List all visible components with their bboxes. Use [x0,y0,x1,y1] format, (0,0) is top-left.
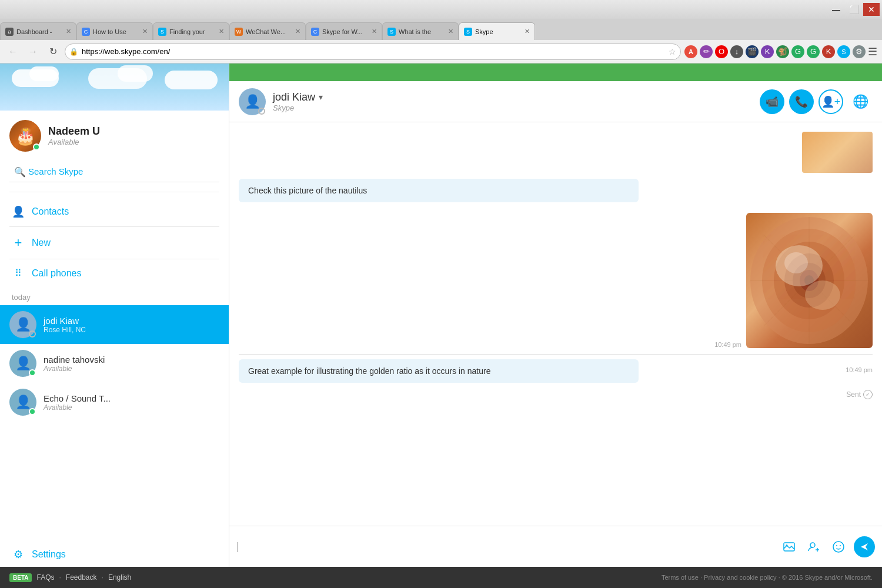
nav-callphones[interactable]: ⠿ Call phones [0,262,229,285]
tab-label-dashboard: Dashboard - [16,28,52,35]
grammarly-icon[interactable]: G [807,45,820,58]
contact-item-nadine[interactable]: 👤 nadine tahovski Available [0,344,229,383]
k-icon[interactable]: K [822,45,835,58]
footer-faqs[interactable]: FAQs [36,573,54,582]
page-content: 🎂 Nadeem U Available 🔍 [0,64,882,567]
back-button[interactable]: ← [5,44,21,60]
greasemonkey-icon[interactable]: 🐒 [776,45,789,58]
nautilus-svg [746,213,873,348]
nav-divider-1 [9,192,219,192]
message-bubble-1: Check this picture of the nautilus [239,179,639,202]
message-row-3: Great example for illustrating the golde… [239,359,873,387]
chat-contact-platform: Skype [273,103,753,112]
forward-button[interactable]: → [25,44,41,60]
contact-avatar-jodi: 👤 [9,311,36,338]
status-dot-echo [29,408,36,415]
attach-svg [783,540,796,553]
emoji-icon[interactable] [829,537,848,556]
refresh-button[interactable]: ↻ [45,44,61,60]
footer-right: Terms of use · Privacy and cookie policy… [662,574,873,581]
tab-close-dashboard[interactable]: ✕ [66,28,71,35]
tab-favicon-whatis: S [387,28,396,36]
send-button[interactable] [854,536,875,557]
tab-whatis[interactable]: S What is the ✕ [382,22,459,40]
contact-item-jodi[interactable]: 👤 jodi Kiaw Rose Hill, NC [0,305,229,344]
tab-favicon-wechat: W [235,28,243,36]
tab-dashboard[interactable]: a Dashboard - ✕ [0,22,76,40]
msg-time-3: 10:49 pm [846,359,873,373]
nav-divider-2 [9,226,219,227]
tab-close-whatis[interactable]: ✕ [448,28,453,35]
nav-new[interactable]: + New [0,229,229,256]
tab-close-skypefor[interactable]: ✕ [372,28,377,35]
close-button[interactable]: ✕ [863,3,880,16]
svg-point-12 [805,280,840,310]
bookmark-icon[interactable]: ☆ [669,47,676,56]
tab-label-finding: Finding your [169,28,205,35]
tab-skypefor[interactable]: C Skype for W... ✕ [306,22,382,40]
menu-icon[interactable]: ☰ [868,45,877,58]
tab-close-skype[interactable]: ✕ [524,28,530,35]
footer-terms[interactable]: Terms of use [662,574,699,581]
tab-close-howto[interactable]: ✕ [142,28,148,35]
contact-sub-echo: Available [44,403,219,412]
nav-contacts[interactable]: 👤 Contacts [0,199,229,224]
search-icon: 🔍 [14,166,26,178]
tab-close-finding[interactable]: ✕ [219,28,224,35]
search-input[interactable] [9,161,219,182]
tab-close-wechat[interactable]: ✕ [295,28,300,35]
tab-howto[interactable]: C How to Use ✕ [76,22,153,40]
tab-favicon-howto: C [82,28,90,36]
video-call-button[interactable]: 📹 [760,89,784,114]
contact-item-echo[interactable]: 👤 Echo / Sound T... Available [0,383,229,422]
svg-point-16 [810,543,815,547]
skype-toolbar-icon[interactable]: S [837,45,850,58]
puzzle-icon[interactable]: ⚙ [853,45,866,58]
globe-button[interactable]: 🌐 [848,89,873,114]
sidebar-header: 🎂 Nadeem U Available 🔍 [0,111,229,189]
image-attach-icon[interactable] [780,537,799,556]
browser-frame: — ⬜ ✕ a Dashboard - ✕ C How to Use ✕ S F… [0,0,882,588]
sidebar: 🎂 Nadeem U Available 🔍 [0,64,229,567]
footer-privacy[interactable]: Privacy and cookie policy [704,574,777,581]
footer-language[interactable]: English [108,573,131,582]
chat-contact-name: jodi Kiaw ▾ [273,91,753,103]
address-input[interactable] [65,44,681,60]
nav-new-label: New [32,238,51,248]
tab-bar: a Dashboard - ✕ C How to Use ✕ S Finding… [0,19,882,40]
avira-icon[interactable]: A [684,45,697,58]
sent-check-icon: ✓ [863,390,873,399]
address-bar-wrap: 🔒 ☆ [65,44,681,60]
keepass-icon[interactable]: K [761,45,774,58]
tab-wechat[interactable]: W WeChat We... ✕ [229,22,306,40]
capture-icon[interactable]: 🎬 [746,45,759,58]
stylus-icon[interactable]: ✏ [700,45,713,58]
green-icon[interactable]: G [791,45,804,58]
opera-icon[interactable]: O [715,45,728,58]
download-icon[interactable]: ↓ [730,45,743,58]
message-bubble-1-wrap: Check this picture of the nautilus [239,179,873,207]
minimize-button[interactable]: — [828,3,844,16]
add-contact-chat-icon[interactable] [804,537,823,556]
chat-area: 👤 jodi Kiaw ▾ Skype 📹 📞 👤+ 🌐 [229,64,882,567]
tab-skype[interactable]: S Skype ✕ [459,22,535,40]
contact-info-nadine: nadine tahovski Available [44,355,219,373]
status-dot-jodi [29,330,36,338]
chat-input[interactable] [246,535,774,559]
tab-label-howto: How to Use [93,28,126,35]
message-bubble-3-wrap: Great example for illustrating the golde… [239,359,840,387]
tab-finding[interactable]: S Finding your ✕ [153,22,229,40]
msg-time-2: 10:49 pm [714,341,741,348]
callphones-icon: ⠿ [12,268,25,279]
sent-indicator: Sent ✓ [239,390,873,399]
footer-feedback[interactable]: Feedback [66,573,97,582]
message-bubble-3: Great example for illustrating the golde… [239,359,639,383]
chevron-down-icon[interactable]: ▾ [319,92,323,102]
maximize-button[interactable]: ⬜ [846,3,862,16]
nav-contacts-label: Contacts [32,206,69,217]
nav-settings[interactable]: ⚙ Settings [0,542,229,567]
add-contact-button[interactable]: 👤+ [818,89,843,114]
message-image-row: 10:49 pm [239,213,873,348]
voice-call-button[interactable]: 📞 [789,89,814,114]
new-icon: + [12,235,25,250]
